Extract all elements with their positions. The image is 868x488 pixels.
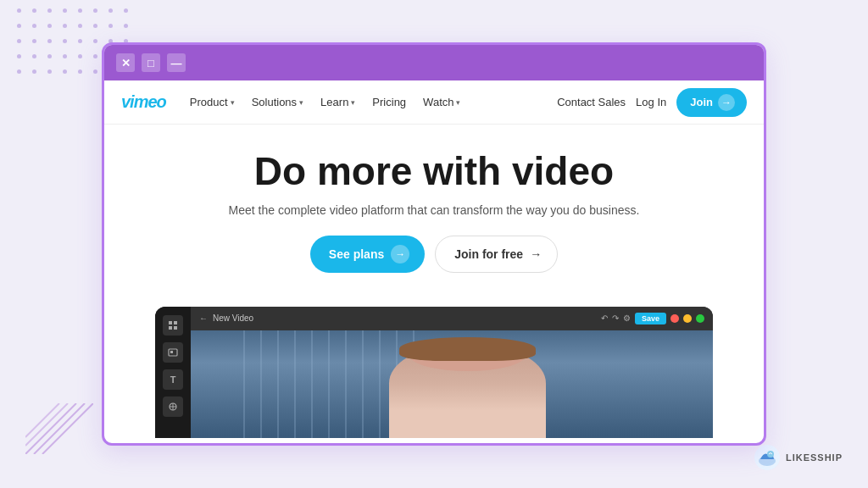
- hero-subtitle: Meet the complete video platform that ca…: [121, 203, 747, 217]
- nav-pricing[interactable]: Pricing: [365, 91, 413, 114]
- video-thumbnail: [191, 330, 713, 438]
- minimize-button[interactable]: —: [167, 53, 186, 72]
- status-dot-green: [696, 314, 704, 323]
- arrow-right-icon: →: [530, 247, 542, 261]
- tool-text[interactable]: T: [163, 369, 183, 390]
- chevron-down-icon: ▾: [299, 98, 303, 107]
- nav-product[interactable]: Product ▾: [183, 91, 242, 114]
- nav-items: Product ▾ Solutions ▾ Learn ▾ Pricing Wa…: [183, 91, 557, 114]
- editor-topbar: ← New Video ↶ ↷ ⚙ Save: [191, 307, 713, 330]
- nav-learn[interactable]: Learn ▾: [314, 91, 362, 114]
- vimeo-logo: vimeo: [121, 92, 166, 112]
- editor-video-area: [191, 330, 713, 438]
- hero-section: Do more with video Meet the complete vid…: [104, 125, 764, 307]
- save-button[interactable]: Save: [635, 313, 666, 324]
- svg-rect-9: [174, 321, 177, 324]
- decorative-lines: [25, 403, 93, 454]
- see-plans-button[interactable]: See plans →: [310, 236, 425, 273]
- join-free-button[interactable]: Join for free →: [435, 236, 558, 273]
- likesship-icon: [754, 444, 781, 471]
- join-button[interactable]: Join →: [676, 88, 747, 117]
- contact-sales-link[interactable]: Contact Sales: [557, 96, 626, 108]
- chevron-down-icon: ▾: [456, 98, 460, 107]
- settings-icon[interactable]: ⚙: [623, 313, 631, 323]
- svg-rect-10: [169, 326, 172, 330]
- tool-layout[interactable]: [163, 315, 183, 336]
- svg-rect-11: [174, 326, 177, 330]
- redo-icon[interactable]: ↷: [612, 313, 619, 323]
- nav-right: Contact Sales Log In Join →: [557, 88, 747, 117]
- svg-line-4: [25, 403, 59, 437]
- likesship-label: LIKESSHIP: [786, 452, 843, 463]
- editor-main: ← New Video ↶ ↷ ⚙ Save: [191, 307, 713, 438]
- status-dot-orange: [683, 314, 692, 323]
- svg-rect-8: [169, 321, 172, 324]
- navbar: vimeo Product ▾ Solutions ▾ Learn ▾ Pric…: [104, 80, 764, 125]
- svg-point-7: [767, 451, 774, 458]
- browser-window: ✕ □ — vimeo Product ▾ Solutions ▾ Learn …: [102, 42, 766, 446]
- editor-topbar-left: ← New Video: [199, 313, 253, 323]
- svg-rect-13: [170, 351, 173, 353]
- tool-elements[interactable]: [163, 396, 183, 417]
- likesship-brand: LIKESSHIP: [754, 444, 843, 471]
- hero-title: Do more with video: [121, 150, 747, 193]
- maximize-button[interactable]: □: [142, 53, 160, 72]
- close-button[interactable]: ✕: [116, 53, 135, 72]
- svg-line-3: [25, 403, 68, 446]
- browser-chrome: ✕ □ —: [104, 45, 764, 80]
- editor-topbar-right: ↶ ↷ ⚙ Save: [601, 313, 704, 324]
- arrow-right-icon: →: [718, 94, 735, 111]
- video-editor-preview: T ← New Video ↶ ↷ ⚙ Save: [155, 307, 713, 438]
- status-dot-red: [670, 314, 679, 323]
- back-icon: ←: [199, 313, 208, 323]
- editor-sidebar: T: [155, 307, 191, 438]
- tool-media[interactable]: [163, 342, 183, 363]
- log-in-link[interactable]: Log In: [636, 96, 666, 108]
- chevron-down-icon: ▾: [351, 98, 355, 107]
- chevron-down-icon: ▾: [231, 98, 235, 107]
- nav-solutions[interactable]: Solutions ▾: [245, 91, 310, 114]
- nav-watch[interactable]: Watch ▾: [416, 91, 467, 114]
- editor-tab-label: New Video: [213, 313, 253, 323]
- arrow-right-icon: →: [391, 245, 409, 263]
- undo-icon[interactable]: ↶: [601, 313, 608, 323]
- hero-buttons: See plans → Join for free →: [121, 236, 747, 273]
